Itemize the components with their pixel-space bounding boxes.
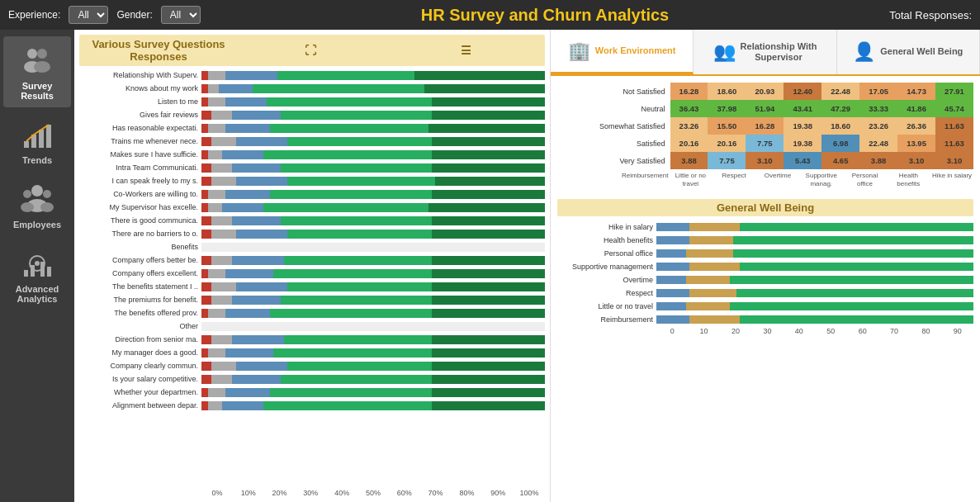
bar-segment	[211, 256, 232, 265]
bar-label: My manager does a good.	[79, 348, 201, 357]
bar-label: Makes sure I have sufficie.	[79, 150, 201, 159]
bar-row: Gives fair reviews	[79, 109, 545, 121]
bar-row: Whether your departmen.	[79, 386, 545, 398]
bar-segment	[432, 137, 545, 146]
svg-rect-4	[24, 141, 29, 148]
tab-general-wellbeing[interactable]: 👤 General Well Being	[837, 30, 980, 74]
gwb-x-label: 30	[751, 327, 783, 335]
bar-segment	[432, 296, 545, 305]
expand-icon[interactable]: ⛶	[234, 44, 386, 57]
gwb-title: General Well Being	[557, 199, 973, 216]
bar-label: Is your salary competitive.	[79, 375, 201, 383]
heatmap-cell: 20.93	[746, 83, 784, 100]
bar-row: Listen to me	[79, 96, 545, 107]
bar-segment	[263, 401, 432, 410]
bar-label: Alignment between depar.	[79, 401, 201, 410]
bar-segment	[432, 216, 545, 225]
gwb-bar-label: Health benefits	[557, 236, 656, 244]
tab-work-env-label: Work Environment	[595, 45, 676, 56]
sidebar-item-survey-results[interactable]: Survey Results	[3, 36, 71, 107]
heatmap-cell: 47.29	[821, 100, 859, 117]
bar-segment	[270, 309, 432, 318]
heatmap-cell: 7.75	[746, 135, 784, 152]
bar-segment	[432, 309, 545, 318]
heatmap-cell: 3.10	[746, 152, 784, 169]
sidebar: Survey Results Trends	[0, 30, 74, 502]
bar-label: Benefits	[79, 243, 201, 251]
bar-segment	[432, 388, 545, 397]
bar-segment	[201, 97, 208, 107]
bar-segment	[211, 111, 232, 120]
heatmap-cell: 26.36	[897, 117, 935, 135]
bar-label: Knows about my work	[79, 84, 201, 92]
menu-icon[interactable]: ☰	[390, 44, 542, 57]
bar-segment	[232, 375, 280, 384]
gwb-x-label: 10	[688, 327, 719, 335]
heatmap-cell: 11.63	[935, 135, 973, 152]
tab-relationship-supervisor[interactable]: 👥 Relationship WithSupervisor	[694, 30, 836, 74]
bar-segment	[432, 375, 545, 384]
bar-segment	[284, 256, 432, 265]
gwb-bar-segment	[686, 302, 730, 310]
bar-label: My Supervisor has excelle.	[79, 203, 201, 211]
bar-segment	[232, 296, 280, 305]
bar-segment	[211, 335, 232, 344]
bar-segment	[270, 124, 428, 133]
bar-label: Intra Team Communicati.	[79, 163, 201, 172]
bar-segment	[201, 163, 211, 173]
svg-point-3	[34, 61, 50, 73]
bar-label: There are no barriers to o.	[79, 230, 201, 238]
bar-label: Other	[79, 322, 201, 330]
bar-segment	[201, 388, 208, 397]
center-panel: Various Survey Questions Responses ⛶ ☰ R…	[74, 30, 551, 502]
bar-segment	[432, 269, 545, 278]
sidebar-label-trends: Trends	[22, 155, 52, 165]
bar-segment	[287, 282, 432, 291]
bar-segment	[414, 71, 545, 80]
bar-segment	[219, 84, 253, 93]
heatmap-row: Satisfied20.1620.167.7519.386.9822.4813.…	[557, 135, 973, 152]
bar-segment	[201, 401, 208, 410]
svg-rect-18	[40, 262, 45, 277]
bar-segment	[225, 269, 273, 278]
bar-row: There is good communica.	[79, 215, 545, 226]
bar-segment	[211, 230, 235, 239]
bar-segment	[208, 309, 225, 318]
svg-point-0	[27, 49, 37, 59]
bar-segment	[236, 137, 287, 146]
bar-label: Co-Workers are willing to.	[79, 190, 201, 198]
x-axis-label: 60%	[389, 489, 420, 497]
bar-row: Co-Workers are willing to.	[79, 188, 545, 200]
heatmap-row: Very Satisfied3.887.753.105.434.653.883.…	[557, 152, 973, 169]
bar-segment	[201, 309, 208, 318]
gwb-bar-segment	[656, 223, 689, 231]
bar-segment	[432, 111, 545, 120]
x-axis-label: 50%	[357, 489, 389, 497]
bar-container	[201, 309, 545, 318]
bar-segment	[201, 375, 211, 384]
x-axis-label: 80%	[452, 489, 483, 497]
svg-rect-6	[39, 130, 44, 148]
gwb-x-axis: 0102030405060708090	[656, 327, 973, 335]
gwb-bar-container	[656, 315, 973, 324]
bar-segment	[211, 362, 235, 371]
bar-segment	[432, 362, 545, 371]
gwb-section: General Well Being Hike in salaryHealth …	[551, 194, 980, 502]
bar-segment	[201, 269, 208, 278]
bar-container	[201, 348, 545, 358]
gwb-bar-row: Reimbursement	[557, 314, 973, 324]
sidebar-item-trends[interactable]: Trends	[3, 111, 71, 172]
bar-row: I can speak freely to my s.	[79, 175, 545, 187]
heatmap-col-label: Respect	[713, 172, 755, 187]
heatmap-cell: 19.38	[784, 135, 821, 152]
sidebar-item-employees[interactable]: Employees	[3, 175, 71, 236]
bar-row: Direction from senior ma.	[79, 334, 545, 345]
heatmap-cell: 17.05	[859, 83, 897, 100]
sidebar-item-advanced[interactable]: Advanced Analytics	[3, 239, 71, 310]
gender-select[interactable]: All	[161, 6, 201, 24]
gwb-bar-segment	[656, 276, 686, 284]
tab-work-environment[interactable]: 🏢 Work Environment	[551, 30, 694, 74]
bar-row: The premiums for benefit.	[79, 294, 545, 305]
gwb-bar-segment	[656, 315, 689, 324]
experience-select[interactable]: All	[69, 6, 108, 24]
